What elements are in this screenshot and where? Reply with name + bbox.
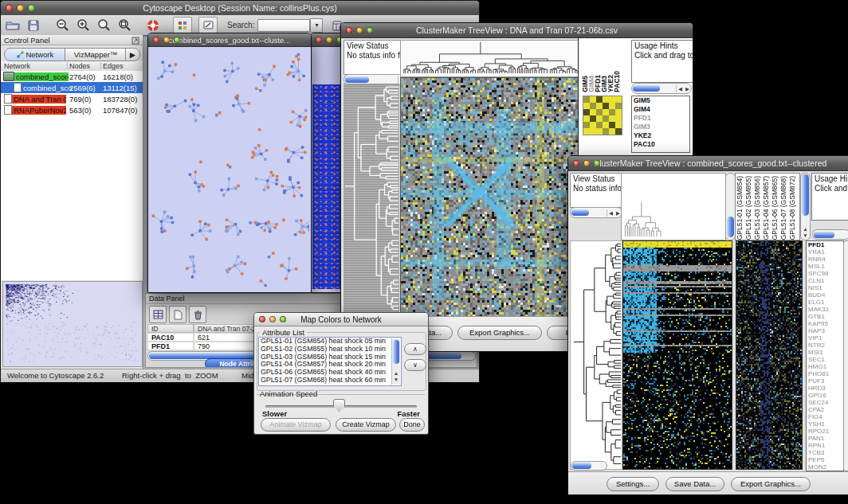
- row-dendrogram-panel[interactable]: [344, 84, 399, 313]
- treeview2-title-bar[interactable]: ClusterMaker TreeView : combined_scores_…: [568, 156, 848, 171]
- treeview1-title-bar[interactable]: ClusterMaker TreeView : DNA and Tran 07-…: [341, 23, 693, 38]
- minimize-icon[interactable]: [269, 316, 276, 322]
- gene-label[interactable]: PHO81: [807, 370, 843, 377]
- matrix-cell[interactable]: [590, 122, 596, 128]
- network-row[interactable]: combined_scores_2764(0)16218(0): [1, 71, 143, 82]
- gene-label[interactable]: YRA1: [807, 248, 843, 256]
- heatmap-main[interactable]: [622, 240, 732, 470]
- close-icon[interactable]: [153, 37, 159, 43]
- array-label[interactable]: GPL51-01 (GSM854): [736, 176, 744, 240]
- matrix-cell[interactable]: [583, 115, 590, 122]
- network-overview-navigator[interactable]: [2, 281, 143, 367]
- gene-label[interactable]: VIP1: [807, 334, 843, 342]
- matrix-cell[interactable]: [615, 115, 622, 122]
- gene-label[interactable]: KAP95: [807, 320, 843, 327]
- column-dendrogram-panel[interactable]: [400, 40, 583, 77]
- network-view-window[interactable]: combined_scores_good.txt--cluste...: [147, 33, 312, 293]
- gene-label[interactable]: YKE2: [632, 131, 689, 140]
- save-session-button[interactable]: [25, 18, 42, 33]
- zoom-selected-button[interactable]: [116, 18, 133, 33]
- matrix-cell[interactable]: [609, 96, 615, 103]
- array-label[interactable]: GPL51-03 (GSM856): [753, 176, 762, 240]
- gene-label[interactable]: MON2: [807, 463, 843, 471]
- network-row[interactable]: DNA and Tran 07769(0)183728(0): [1, 93, 143, 104]
- gene-label[interactable]: MSL1: [807, 263, 843, 270]
- zoom-fit-button[interactable]: [95, 18, 112, 33]
- minimize-icon[interactable]: [163, 37, 170, 43]
- matrix-cell[interactable]: [596, 96, 603, 103]
- array-label[interactable]: GPL51-08 (GSM872): [788, 176, 797, 240]
- matrix-cell[interactable]: [603, 115, 609, 122]
- matrix-cell[interactable]: [590, 128, 596, 135]
- heatmap-zoom[interactable]: [736, 240, 803, 470]
- matrix-cell[interactable]: [596, 128, 603, 135]
- gene-label[interactable]: MAK31: [807, 306, 843, 313]
- gene-label[interactable]: PFD1: [807, 241, 843, 248]
- gene-label[interactable]: PUF3: [807, 377, 843, 385]
- matrix-cell[interactable]: [603, 96, 609, 103]
- array-label[interactable]: GPL51-02 (GSM855): [744, 176, 753, 240]
- column-dendrogram-panel[interactable]: [621, 173, 726, 240]
- zoom-out-button[interactable]: [53, 18, 71, 33]
- array-label[interactable]: GPL51-04 (GSM857): [762, 176, 771, 240]
- matrix-cell[interactable]: [603, 128, 609, 135]
- gene-label[interactable]: GIM4: [632, 105, 689, 114]
- help-button[interactable]: [144, 18, 162, 33]
- heatmap-main[interactable]: [400, 77, 583, 318]
- matrix-cell[interactable]: [615, 103, 622, 109]
- gene-label[interactable]: FIG4: [807, 413, 843, 420]
- view-status-scrollbar[interactable]: ◀▶: [570, 207, 622, 218]
- matrix-cell[interactable]: [615, 128, 622, 135]
- gene-label[interactable]: ELG1: [807, 299, 843, 306]
- open-session-button[interactable]: [4, 18, 22, 33]
- search-input[interactable]: [257, 19, 310, 32]
- matrix-cell[interactable]: [583, 96, 590, 103]
- create-vizmapbutton[interactable]: Create Vizmap: [336, 418, 396, 432]
- matrix-cell[interactable]: [603, 103, 609, 109]
- gene-label[interactable]: GIM3: [632, 123, 689, 131]
- matrix-cell[interactable]: [583, 103, 590, 109]
- matrix-cell[interactable]: [590, 115, 596, 122]
- save-data-button[interactable]: Save Data...: [665, 477, 724, 491]
- matrix-cell[interactable]: [590, 109, 596, 115]
- gene-label[interactable]: PEP5: [807, 456, 843, 463]
- matrix-cell[interactable]: [609, 128, 615, 135]
- node-attribute-tool-button[interactable]: [173, 17, 192, 33]
- matrix-cell[interactable]: [609, 115, 615, 122]
- array-labels-v-scrollbar[interactable]: ▲▼: [800, 173, 811, 240]
- gene-label[interactable]: PAN1: [807, 435, 843, 442]
- gene-label-list[interactable]: GIM5GIM4PFD1GIM3YKE2PAC10: [631, 96, 690, 153]
- close-icon[interactable]: [316, 37, 322, 43]
- gene-label[interactable]: CPA2: [807, 406, 843, 413]
- matrix-cell[interactable]: [615, 96, 622, 103]
- matrix-cell[interactable]: [603, 109, 609, 115]
- close-icon[interactable]: [6, 5, 13, 12]
- data-col-id[interactable]: ID: [147, 324, 194, 333]
- gene-label[interactable]: HMG1: [807, 363, 843, 370]
- matrix-cell[interactable]: [583, 128, 590, 135]
- attribute-list-scrollbar[interactable]: ▲▼: [391, 338, 400, 385]
- gene-label[interactable]: NTR2: [807, 342, 843, 349]
- network-title-bar[interactable]: combined_scores_good.txt--cluste...: [148, 33, 311, 47]
- matrix-cell[interactable]: [615, 109, 622, 115]
- row-dendrogram-h-scrollbar[interactable]: [571, 461, 607, 471]
- gene-label[interactable]: PAC10: [632, 140, 689, 149]
- main-title-bar[interactable]: Cytoscape Desktop (Session Name: collins…: [1, 1, 479, 16]
- minimize-icon[interactable]: [356, 27, 363, 33]
- close-icon[interactable]: [573, 160, 579, 166]
- gene-label[interactable]: NIS1: [807, 284, 843, 291]
- donebutton[interactable]: Done: [399, 418, 425, 432]
- gene-label[interactable]: HAP3: [807, 327, 843, 334]
- matrix-cell[interactable]: [596, 122, 603, 128]
- gene-label[interactable]: SEC24: [807, 399, 843, 406]
- usage-hints-scrollbar[interactable]: [812, 229, 848, 240]
- zoom-in-button[interactable]: [74, 18, 92, 33]
- gene-label[interactable]: TCB3: [807, 449, 843, 456]
- attribute-list-item[interactable]: GPL51-07 (GSM868) heat shock 60 min: [259, 377, 401, 385]
- zoom-window-icon[interactable]: [367, 27, 373, 33]
- search-dropdown-button[interactable]: ▼: [310, 18, 323, 33]
- attribute-select-button[interactable]: [149, 306, 167, 323]
- settings-button[interactable]: Settings...: [607, 477, 659, 491]
- attribute-list[interactable]: GPL51-01 (GSM854) heat shock 05 minGPL51…: [258, 337, 402, 386]
- gene-list-v-scrollbar[interactable]: [843, 240, 848, 471]
